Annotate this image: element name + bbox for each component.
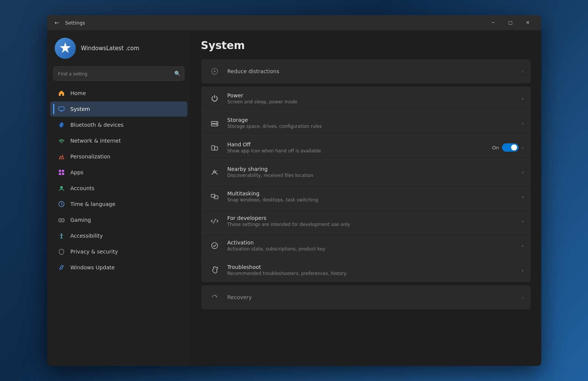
svg-point-9	[60, 186, 63, 189]
privacy-icon	[58, 248, 65, 255]
troubleshoot-text: Troubleshoot Recommended troubleshooters…	[227, 264, 522, 276]
multitasking-icon	[208, 190, 221, 203]
for-developers-subtitle: These settings are intended for developm…	[227, 222, 522, 227]
recovery-row[interactable]: Recovery ›	[201, 285, 531, 309]
nearby-sharing-row[interactable]: Nearby sharing Discoverability, received…	[201, 160, 531, 184]
power-right: ›	[522, 96, 524, 101]
storage-row[interactable]: Storage Storage space, drives, configura…	[201, 111, 531, 135]
troubleshoot-subtitle: Recommended troubleshooters, preferences…	[227, 271, 522, 276]
recovery-chevron: ›	[522, 295, 524, 300]
nav-item-gaming[interactable]: Gaming	[50, 212, 187, 227]
svg-point-19	[216, 125, 217, 126]
svg-rect-6	[62, 170, 64, 172]
nav-label-bluetooth: Bluetooth & devices	[71, 122, 124, 128]
nav-item-accounts[interactable]: Accounts	[50, 181, 187, 196]
sidebar: WindowsLatest .com 🔍 Home	[47, 30, 190, 366]
reduce-distractions-card: Reduce distractions ›	[201, 59, 531, 83]
hand-off-subtitle: Show app icon when hand off is available	[227, 148, 492, 154]
multitasking-chevron: ›	[522, 194, 524, 200]
search-input[interactable]	[53, 66, 184, 81]
avatar[interactable]	[55, 38, 76, 59]
system-icon	[58, 105, 65, 113]
storage-title: Storage	[227, 117, 522, 123]
for-developers-text: For developers These settings are intend…	[227, 215, 522, 227]
nav-item-bluetooth[interactable]: Bluetooth & devices	[50, 117, 187, 132]
hand-off-text: Hand Off Show app icon when hand off is …	[227, 141, 492, 154]
titlebar: ← Settings ─ □ ✕	[47, 15, 541, 30]
activation-text: Activation Activation state, subscriptio…	[227, 240, 522, 252]
troubleshoot-chevron: ›	[522, 267, 524, 273]
nav-item-update[interactable]: Windows Update	[50, 260, 187, 275]
power-row[interactable]: Power Screen and sleep, power mode ›	[201, 86, 531, 111]
home-icon	[58, 89, 65, 97]
minimize-button[interactable]: ─	[485, 15, 502, 30]
nav-item-home[interactable]: Home	[50, 86, 187, 101]
nav-item-system[interactable]: System	[50, 101, 187, 117]
main-content: System Reduce distractions	[190, 30, 541, 366]
svg-point-12	[62, 220, 63, 221]
page-title: System	[201, 39, 531, 52]
reduce-distractions-row[interactable]: Reduce distractions ›	[201, 59, 531, 83]
reduce-distractions-right: ›	[522, 69, 524, 74]
for-developers-icon	[208, 214, 221, 228]
power-subtitle: Screen and sleep, power mode	[227, 99, 522, 104]
recovery-icon	[208, 290, 221, 304]
activation-title: Activation	[227, 240, 522, 246]
hand-off-row[interactable]: Hand Off Show app icon when hand off is …	[201, 135, 531, 160]
nav-item-accessibility[interactable]: Accessibility	[50, 228, 187, 243]
nearby-sharing-text: Nearby sharing Discoverability, received…	[227, 166, 522, 178]
power-text: Power Screen and sleep, power mode	[227, 92, 522, 104]
close-button[interactable]: ✕	[519, 15, 537, 30]
nav-item-time[interactable]: Time & language	[50, 197, 187, 212]
for-developers-row[interactable]: For developers These settings are intend…	[201, 209, 531, 234]
storage-chevron: ›	[522, 120, 524, 126]
power-icon	[208, 92, 221, 105]
svg-rect-7	[59, 173, 61, 175]
storage-icon	[208, 116, 221, 130]
hand-off-toggle-label: On	[492, 145, 499, 151]
back-button[interactable]: ←	[52, 17, 62, 28]
nav-label-accessibility: Accessibility	[71, 233, 103, 239]
svg-point-14	[60, 266, 63, 269]
storage-right: ›	[522, 120, 524, 126]
window-title: Settings	[65, 20, 85, 26]
window-controls: ─ □ ✕	[485, 15, 537, 30]
multitasking-right: ›	[522, 194, 524, 200]
nav-label-network: Network & internet	[71, 138, 121, 144]
svg-rect-8	[62, 173, 64, 175]
reduce-distractions-text: Reduce distractions	[227, 68, 522, 74]
nearby-sharing-title: Nearby sharing	[227, 166, 522, 172]
search-box: 🔍	[53, 66, 184, 81]
nav-label-apps: Apps	[71, 169, 84, 175]
hand-off-toggle[interactable]	[502, 143, 519, 152]
accessibility-icon	[58, 232, 65, 240]
nav-item-network[interactable]: Network & internet	[50, 133, 187, 148]
troubleshoot-row[interactable]: Troubleshoot Recommended troubleshooters…	[201, 258, 531, 282]
svg-point-13	[61, 234, 62, 235]
user-name: WindowsLatest .com	[81, 45, 140, 52]
nav-item-personalization[interactable]: Personalization	[50, 149, 187, 164]
svg-rect-5	[59, 170, 61, 172]
multitasking-text: Multitasking Snap windows, desktops, tas…	[227, 190, 522, 203]
hand-off-chevron: ›	[522, 145, 524, 151]
maximize-button[interactable]: □	[502, 15, 519, 30]
nav-item-privacy[interactable]: Privacy & security	[50, 244, 187, 259]
multitasking-title: Multitasking	[227, 190, 522, 197]
content-area: WindowsLatest .com 🔍 Home	[47, 30, 541, 366]
troubleshoot-title: Troubleshoot	[227, 264, 522, 270]
nav-item-apps[interactable]: Apps	[50, 165, 187, 180]
nav-label-system: System	[71, 106, 90, 112]
svg-rect-21	[215, 147, 218, 150]
reduce-distractions-chevron: ›	[522, 69, 524, 74]
nearby-sharing-icon	[208, 165, 221, 179]
activation-icon	[208, 239, 221, 252]
svg-point-18	[216, 122, 217, 123]
bluetooth-icon	[58, 121, 65, 129]
activation-row[interactable]: Activation Activation state, subscriptio…	[201, 234, 531, 258]
apps-icon	[58, 169, 65, 176]
nearby-sharing-chevron: ›	[522, 169, 524, 175]
multitasking-row[interactable]: Multitasking Snap windows, desktops, tas…	[201, 184, 531, 209]
storage-subtitle: Storage space, drives, configuration rul…	[227, 124, 522, 129]
svg-point-25	[212, 243, 218, 249]
nav-label-personalization: Personalization	[71, 154, 111, 160]
